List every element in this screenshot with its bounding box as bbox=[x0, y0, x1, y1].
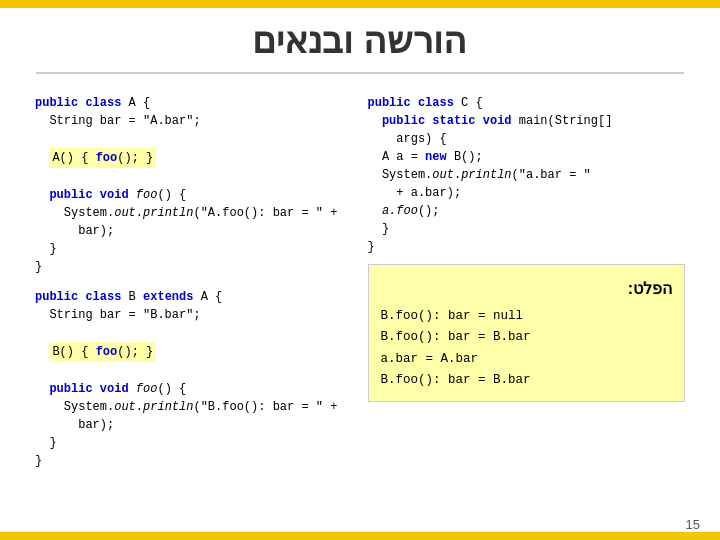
right-panel: public class C { public static void main… bbox=[368, 94, 686, 514]
top-accent-bar bbox=[0, 0, 720, 8]
output-line-1: B.foo(): bar = null bbox=[381, 306, 673, 327]
content-area: public class A { String bar = "A.bar"; A… bbox=[0, 84, 720, 524]
output-line-2: B.foo(): bar = B.bar bbox=[381, 327, 673, 348]
slide: הורשה ובנאים public class A { String bar… bbox=[0, 0, 720, 540]
left-code-panel: public class A { String bar = "A.bar"; A… bbox=[35, 94, 353, 514]
slide-title: הורשה ובנאים bbox=[0, 0, 720, 62]
output-box: הפלט: B.foo(): bar = null B.foo(): bar =… bbox=[368, 264, 686, 402]
class-c-code: public class C { public static void main… bbox=[368, 94, 686, 256]
output-label: הפלט: bbox=[381, 275, 673, 302]
a-constructor-highlight: A() { foo(); } bbox=[49, 148, 156, 168]
page-number: 15 bbox=[686, 517, 700, 532]
class-a-code: public class A { String bar = "A.bar"; A… bbox=[35, 94, 353, 276]
output-line-4: B.foo(): bar = B.bar bbox=[381, 370, 673, 391]
output-line-3: a.bar = A.bar bbox=[381, 349, 673, 370]
divider bbox=[36, 72, 684, 74]
class-b-code: public class B extends A { String bar = … bbox=[35, 288, 353, 470]
b-constructor-highlight: B() { foo(); } bbox=[49, 342, 156, 362]
bottom-accent-bar bbox=[0, 532, 720, 540]
